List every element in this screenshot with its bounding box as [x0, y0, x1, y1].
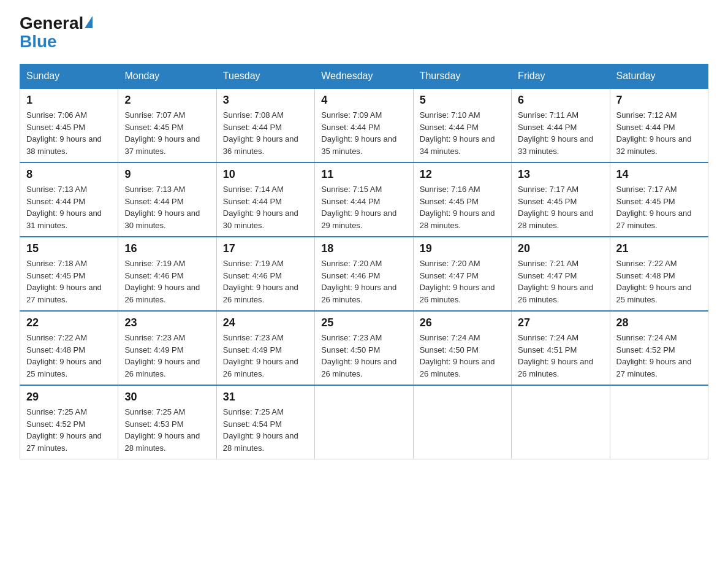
day-number: 8: [26, 168, 112, 181]
calendar-cell: 2 Sunrise: 7:07 AM Sunset: 4:45 PM Dayli…: [118, 88, 216, 163]
day-info: Sunrise: 7:23 AM Sunset: 4:49 PM Dayligh…: [223, 332, 308, 380]
calendar-cell: 28 Sunrise: 7:24 AM Sunset: 4:52 PM Dayl…: [610, 311, 708, 385]
day-number: 1: [26, 94, 112, 107]
header-monday: Monday: [118, 64, 216, 89]
day-info: Sunrise: 7:20 AM Sunset: 4:47 PM Dayligh…: [420, 258, 505, 305]
calendar-cell: 5 Sunrise: 7:10 AM Sunset: 4:44 PM Dayli…: [413, 88, 511, 163]
day-info: Sunrise: 7:24 AM Sunset: 4:51 PM Dayligh…: [518, 332, 603, 380]
day-number: 15: [26, 242, 112, 255]
calendar-cell: 30 Sunrise: 7:25 AM Sunset: 4:53 PM Dayl…: [118, 385, 216, 459]
calendar-cell: 21 Sunrise: 7:22 AM Sunset: 4:48 PM Dayl…: [610, 237, 708, 311]
day-number: 24: [223, 316, 308, 329]
day-number: 10: [223, 168, 308, 181]
calendar-cell: 18 Sunrise: 7:20 AM Sunset: 4:46 PM Dayl…: [315, 237, 413, 311]
calendar-cell: 16 Sunrise: 7:19 AM Sunset: 4:46 PM Dayl…: [118, 237, 216, 311]
day-info: Sunrise: 7:25 AM Sunset: 4:53 PM Dayligh…: [124, 406, 210, 454]
day-info: Sunrise: 7:06 AM Sunset: 4:45 PM Dayligh…: [26, 109, 112, 157]
header-tuesday: Tuesday: [216, 64, 314, 89]
logo-triangle-icon: [85, 16, 93, 28]
day-number: 7: [616, 94, 702, 107]
calendar-cell: 13 Sunrise: 7:17 AM Sunset: 4:45 PM Dayl…: [512, 163, 610, 237]
header-wednesday: Wednesday: [315, 64, 413, 89]
calendar-cell: 8 Sunrise: 7:13 AM Sunset: 4:44 PM Dayli…: [20, 163, 118, 237]
day-info: Sunrise: 7:19 AM Sunset: 4:46 PM Dayligh…: [223, 258, 308, 305]
day-info: Sunrise: 7:13 AM Sunset: 4:44 PM Dayligh…: [124, 183, 210, 231]
calendar-cell: 1 Sunrise: 7:06 AM Sunset: 4:45 PM Dayli…: [20, 88, 118, 163]
day-info: Sunrise: 7:23 AM Sunset: 4:49 PM Dayligh…: [124, 332, 210, 380]
calendar-cell: 22 Sunrise: 7:22 AM Sunset: 4:48 PM Dayl…: [20, 311, 118, 385]
day-info: Sunrise: 7:17 AM Sunset: 4:45 PM Dayligh…: [518, 183, 603, 231]
day-info: Sunrise: 7:08 AM Sunset: 4:44 PM Dayligh…: [223, 109, 308, 157]
day-number: 5: [420, 94, 505, 107]
day-number: 29: [26, 391, 112, 404]
day-number: 26: [420, 316, 505, 329]
logo: General Blue: [20, 15, 94, 52]
day-number: 31: [223, 391, 308, 404]
day-info: Sunrise: 7:15 AM Sunset: 4:44 PM Dayligh…: [321, 183, 406, 231]
day-number: 23: [124, 316, 210, 329]
calendar-header: Sunday Monday Tuesday Wednesday Thursday…: [20, 64, 708, 89]
day-number: 28: [616, 316, 702, 329]
calendar-cell: 11 Sunrise: 7:15 AM Sunset: 4:44 PM Dayl…: [315, 163, 413, 237]
day-number: 22: [26, 316, 112, 329]
calendar-cell: 31 Sunrise: 7:25 AM Sunset: 4:54 PM Dayl…: [216, 385, 314, 459]
day-info: Sunrise: 7:10 AM Sunset: 4:44 PM Dayligh…: [420, 109, 505, 157]
day-info: Sunrise: 7:09 AM Sunset: 4:44 PM Dayligh…: [321, 109, 406, 157]
calendar-cell: 4 Sunrise: 7:09 AM Sunset: 4:44 PM Dayli…: [315, 88, 413, 163]
header-friday: Friday: [512, 64, 610, 89]
day-number: 2: [124, 94, 210, 107]
calendar-cell: 23 Sunrise: 7:23 AM Sunset: 4:49 PM Dayl…: [118, 311, 216, 385]
calendar-cell: 12 Sunrise: 7:16 AM Sunset: 4:45 PM Dayl…: [413, 163, 511, 237]
calendar-cell: 7 Sunrise: 7:12 AM Sunset: 4:44 PM Dayli…: [610, 88, 708, 163]
day-number: 27: [518, 316, 603, 329]
day-number: 21: [616, 242, 702, 255]
day-number: 17: [223, 242, 308, 255]
day-number: 4: [321, 94, 406, 107]
calendar-cell: 19 Sunrise: 7:20 AM Sunset: 4:47 PM Dayl…: [413, 237, 511, 311]
day-info: Sunrise: 7:13 AM Sunset: 4:44 PM Dayligh…: [26, 183, 112, 231]
calendar-cell: 20 Sunrise: 7:21 AM Sunset: 4:47 PM Dayl…: [512, 237, 610, 311]
calendar-cell: 10 Sunrise: 7:14 AM Sunset: 4:44 PM Dayl…: [216, 163, 314, 237]
day-number: 19: [420, 242, 505, 255]
day-info: Sunrise: 7:12 AM Sunset: 4:44 PM Dayligh…: [616, 109, 702, 157]
day-info: Sunrise: 7:17 AM Sunset: 4:45 PM Dayligh…: [616, 183, 702, 231]
day-number: 20: [518, 242, 603, 255]
day-number: 25: [321, 316, 406, 329]
calendar-cell: 15 Sunrise: 7:18 AM Sunset: 4:45 PM Dayl…: [20, 237, 118, 311]
day-info: Sunrise: 7:24 AM Sunset: 4:52 PM Dayligh…: [616, 332, 702, 380]
day-info: Sunrise: 7:25 AM Sunset: 4:52 PM Dayligh…: [26, 406, 112, 454]
day-number: 6: [518, 94, 603, 107]
calendar-table: Sunday Monday Tuesday Wednesday Thursday…: [20, 64, 708, 459]
day-info: Sunrise: 7:21 AM Sunset: 4:47 PM Dayligh…: [518, 258, 603, 305]
calendar-body: 1 Sunrise: 7:06 AM Sunset: 4:45 PM Dayli…: [20, 88, 708, 459]
day-number: 16: [124, 242, 210, 255]
calendar-cell: 6 Sunrise: 7:11 AM Sunset: 4:44 PM Dayli…: [512, 88, 610, 163]
calendar-cell: 25 Sunrise: 7:23 AM Sunset: 4:50 PM Dayl…: [315, 311, 413, 385]
header-thursday: Thursday: [413, 64, 511, 89]
day-number: 13: [518, 168, 603, 181]
page-header: General Blue: [20, 15, 708, 52]
day-number: 11: [321, 168, 406, 181]
day-info: Sunrise: 7:24 AM Sunset: 4:50 PM Dayligh…: [420, 332, 505, 380]
header-row: Sunday Monday Tuesday Wednesday Thursday…: [20, 64, 708, 89]
day-info: Sunrise: 7:16 AM Sunset: 4:45 PM Dayligh…: [420, 183, 505, 231]
calendar-cell: 29 Sunrise: 7:25 AM Sunset: 4:52 PM Dayl…: [20, 385, 118, 459]
calendar-cell: 26 Sunrise: 7:24 AM Sunset: 4:50 PM Dayl…: [413, 311, 511, 385]
day-number: 14: [616, 168, 702, 181]
day-info: Sunrise: 7:18 AM Sunset: 4:45 PM Dayligh…: [26, 258, 112, 305]
logo-general-text: General: [20, 15, 83, 32]
day-info: Sunrise: 7:25 AM Sunset: 4:54 PM Dayligh…: [223, 406, 308, 454]
day-info: Sunrise: 7:23 AM Sunset: 4:50 PM Dayligh…: [321, 332, 406, 380]
day-number: 9: [124, 168, 210, 181]
day-number: 3: [223, 94, 308, 107]
calendar-cell: [610, 385, 708, 459]
logo-blue-text: Blue: [20, 32, 57, 52]
header-sunday: Sunday: [20, 64, 118, 89]
calendar-cell: 27 Sunrise: 7:24 AM Sunset: 4:51 PM Dayl…: [512, 311, 610, 385]
day-info: Sunrise: 7:07 AM Sunset: 4:45 PM Dayligh…: [124, 109, 210, 157]
day-info: Sunrise: 7:11 AM Sunset: 4:44 PM Dayligh…: [518, 109, 603, 157]
calendar-cell: 17 Sunrise: 7:19 AM Sunset: 4:46 PM Dayl…: [216, 237, 314, 311]
day-info: Sunrise: 7:14 AM Sunset: 4:44 PM Dayligh…: [223, 183, 308, 231]
day-info: Sunrise: 7:19 AM Sunset: 4:46 PM Dayligh…: [124, 258, 210, 305]
calendar-cell: [413, 385, 511, 459]
